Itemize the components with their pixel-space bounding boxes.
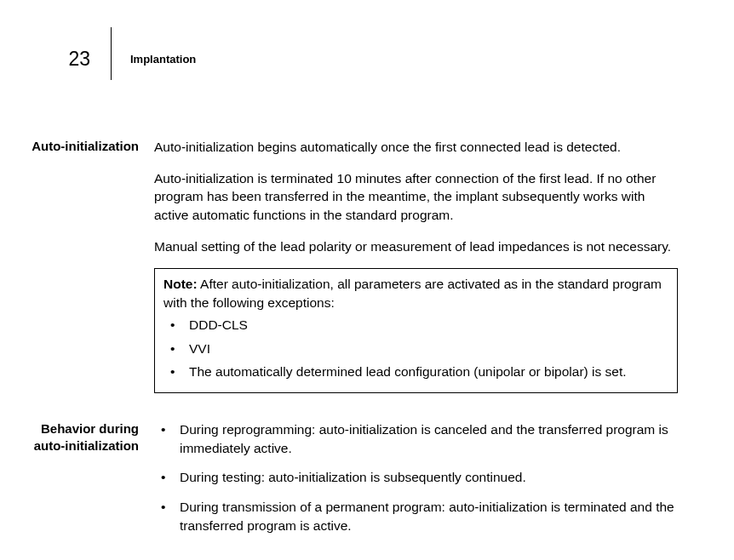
- body-bullet: During reprogramming: auto-initializatio…: [154, 420, 678, 457]
- body-bullet: During testing: auto-initialization is s…: [154, 468, 678, 487]
- note-bullet: The automatically determined lead config…: [163, 363, 668, 381]
- note-box: Note: After auto-initialization, all par…: [154, 268, 678, 392]
- page-number: 23: [0, 41, 111, 71]
- section-label: Behavior during auto-initialization: [0, 420, 154, 546]
- paragraph: Manual setting of the lead polarity or m…: [154, 237, 678, 256]
- note-intro: Note: After auto-initialization, all par…: [163, 275, 668, 311]
- note-bullet: VVI: [163, 340, 668, 358]
- chapter-title: Implantation: [112, 41, 196, 66]
- body-bullet-list: During reprogramming: auto-initializatio…: [154, 420, 678, 534]
- section-label: Auto-initialization: [0, 138, 154, 409]
- label-line: Behavior during: [41, 421, 139, 436]
- section-body: Auto-initialization begins automatically…: [154, 138, 703, 409]
- note-bullet-list: DDD-CLS VVI The automatically determined…: [163, 316, 668, 381]
- section-auto-initialization: Auto-initialization Auto-initialization …: [0, 138, 734, 409]
- note-text: After auto-initialization, all parameter…: [163, 277, 662, 310]
- note-bullet: DDD-CLS: [163, 316, 668, 334]
- paragraph: Auto-initialization is terminated 10 min…: [154, 169, 678, 225]
- body-bullet: During transmission of a permanent progr…: [154, 498, 678, 534]
- page-content: Auto-initialization Auto-initialization …: [0, 80, 734, 546]
- note-label: Note:: [163, 277, 198, 291]
- page-header: 23 Implantation: [0, 0, 734, 80]
- section-body: During reprogramming: auto-initializatio…: [154, 420, 703, 546]
- label-line: auto-initialization: [34, 438, 139, 453]
- section-behavior: Behavior during auto-initialization Duri…: [0, 420, 734, 546]
- paragraph: Auto-initialization begins automatically…: [154, 138, 678, 157]
